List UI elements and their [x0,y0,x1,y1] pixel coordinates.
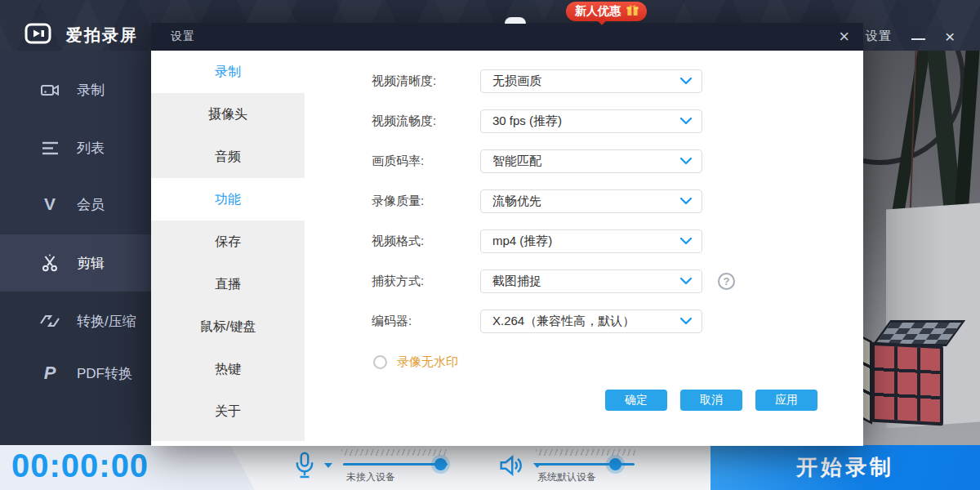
gift-icon [626,3,639,20]
field-label: 视频清晰度: [372,74,480,89]
tab-hotkey[interactable]: 热键 [151,348,305,390]
chevron-down-icon [680,278,692,285]
speaker-volume-knob[interactable] [609,458,621,470]
dialog-close-button[interactable]: × [839,25,850,48]
dropdown-value: X.264（兼容性高，默认） [492,314,635,329]
watermark-option[interactable]: 录像无水印 [373,354,458,370]
member-v-icon: V [39,194,60,215]
start-recording-button[interactable]: 开始录制 [710,445,980,490]
form-row-bitrate: 画质码率: 智能匹配 [372,149,702,173]
mic-device-label: 未接入设备 [346,470,395,484]
mic-device-caret-icon[interactable] [324,463,332,468]
tab-camera[interactable]: 摄像头 [151,93,305,136]
field-label: 画质码率: [372,154,480,169]
field-label: 视频格式: [372,234,480,249]
promo-badge-label: 新人优惠 [575,4,621,19]
form-row-capture: 捕获方式: 截图捕捉 ? [372,270,702,293]
window-controls: 设置 × [866,23,955,49]
app-logo: 爱拍录屏 [24,22,138,48]
form-row-quality: 录像质量: 流畅优先 [372,189,702,213]
tab-mouse-keyboard[interactable]: 鼠标/键盘 [151,305,305,348]
recording-timer: 00:00:00 [11,448,149,484]
field-label: 捕获方式: [372,274,480,289]
form-row-framerate: 视频流畅度: 30 fps (推荐) [372,109,702,133]
sidebar-item-label: 录制 [77,81,105,100]
speaker-icon[interactable] [498,453,524,478]
sidebar-item-list[interactable]: 列表 [0,119,151,176]
dropdown-value: 30 fps (推荐) [492,114,562,129]
tab-list-filler [151,433,305,441]
sidebar-item-label: 剪辑 [77,254,105,273]
dropdown-value: mp4 (推荐) [492,234,552,249]
dropdown-value: 流畅优先 [492,194,541,209]
chevron-down-icon [680,118,692,125]
dialog-buttons: 确定 取消 应用 [605,390,817,411]
settings-tab-list: 录制 摄像头 音频 功能 保存 直播 鼠标/键盘 热键 关于 [151,51,305,441]
chevron-down-icon [680,158,692,165]
tab-function[interactable]: 功能 [151,178,305,220]
chevron-down-icon [680,238,692,245]
tab-save[interactable]: 保存 [151,220,305,263]
cancel-button[interactable]: 取消 [680,390,742,411]
app-window: 爱拍录屏 新人优惠 设置 × [0,0,980,490]
app-title: 爱拍录屏 [66,24,138,47]
sidebar-item-label: 会员 [77,195,105,214]
form-row-format: 视频格式: mp4 (推荐) [372,229,702,253]
help-icon[interactable]: ? [718,273,735,290]
tab-about[interactable]: 关于 [151,390,305,433]
tab-record[interactable]: 录制 [151,51,305,93]
dialog-header: 设置 × [151,23,863,51]
convert-arrows-icon [39,310,60,332]
speaker-device-label: 系统默认设备 [537,470,596,484]
sidebar-item-member[interactable]: V 会员 [0,176,151,233]
microphone-icon[interactable] [292,452,317,479]
tab-live[interactable]: 直播 [151,263,305,305]
sidebar-item-convert[interactable]: 转换/压缩 [0,292,151,350]
field-label: 编码器: [372,314,480,329]
sidebar-item-label: 转换/压缩 [77,312,136,331]
dialog-title: 设置 [171,29,195,44]
cube-front-face [871,342,943,426]
speaker-level-ticks [536,449,635,456]
settings-menu-item[interactable]: 设置 [866,29,892,44]
sidebar: 录制 列表 V 会员 剪辑 [0,51,151,445]
sidebar-item-pdf[interactable]: P PDF转换 [0,345,151,402]
video-clarity-dropdown[interactable]: 无损画质 [480,69,702,93]
frame-rate-dropdown[interactable]: 30 fps (推荐) [480,109,702,133]
mic-level-ticks [341,449,448,456]
video-camera-icon [39,79,60,100]
scissors-icon [39,252,60,274]
sidebar-item-record[interactable]: 录制 [0,61,151,118]
bitrate-dropdown[interactable]: 智能匹配 [480,149,702,173]
field-label: 录像质量: [372,194,480,209]
ok-button[interactable]: 确定 [605,390,667,411]
watermark-radio[interactable] [373,355,387,369]
apply-button[interactable]: 应用 [755,390,817,411]
capture-mode-dropdown[interactable]: 截图捕捉 [480,270,702,293]
tab-audio[interactable]: 音频 [151,136,305,178]
encoder-dropdown[interactable]: X.264（兼容性高，默认） [480,310,702,333]
list-icon [39,137,60,158]
form-row-encoder: 编码器: X.264（兼容性高，默认） [372,310,702,333]
chevron-down-icon [680,78,692,85]
window-close-button[interactable]: × [945,28,955,45]
mic-volume-slider[interactable] [343,463,448,466]
app-logo-icon [24,22,52,48]
sidebar-item-label: 列表 [77,139,105,158]
record-quality-dropdown[interactable]: 流畅优先 [480,189,702,213]
sidebar-item-label: PDF转换 [77,364,132,383]
dropdown-value: 截图捕捉 [492,274,541,289]
bottom-bar: 00:00:00 未接入设备 系统默认设备 开始录制 [0,445,980,490]
dropdown-value: 智能匹配 [492,154,541,169]
chevron-down-icon [680,198,692,205]
dropdown-value: 无损画质 [492,74,541,89]
form-row-clarity: 视频清晰度: 无损画质 [372,69,702,93]
minimize-button[interactable] [911,38,925,40]
settings-form: 视频清晰度: 无损画质 视频流畅度: 30 fps (推荐) 画质码率: 智能匹… [372,69,702,350]
promo-badge[interactable]: 新人优惠 [566,2,647,21]
mic-volume-knob[interactable] [434,458,447,470]
sidebar-item-edit[interactable]: 剪辑 [0,234,151,292]
watermark-label: 录像无水印 [397,354,458,370]
video-format-dropdown[interactable]: mp4 (推荐) [480,229,702,253]
field-label: 视频流畅度: [372,114,480,129]
